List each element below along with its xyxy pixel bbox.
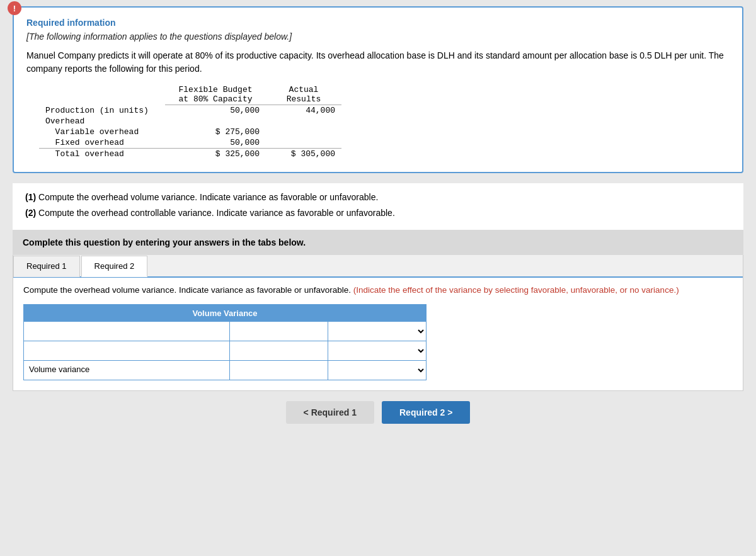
- data-table: Flexible Budgetat 80% Capacity ActualRes…: [39, 84, 341, 159]
- tab-description: Compute the overhead volume variance. In…: [23, 284, 733, 297]
- required-info-title: Required information: [26, 18, 730, 28]
- vv-dropdown-2[interactable]: Favorable Unfavorable No Variance: [328, 341, 426, 360]
- tab-required-1[interactable]: Required 1: [13, 256, 80, 277]
- tab-desc-highlight: (Indicate the effect of the variance by …: [353, 285, 679, 295]
- tab-desc-main: Compute the overhead volume variance. In…: [23, 285, 351, 295]
- vv-label-2: [24, 341, 230, 360]
- question-2: (2) Compute the overhead controllable va…: [25, 207, 731, 220]
- table-row: Fixed overhead 50,000: [39, 137, 341, 149]
- table-row: Overhead: [39, 116, 341, 127]
- tab-row: Required 1 Required 2: [13, 255, 743, 278]
- prev-button[interactable]: < Required 1: [286, 401, 374, 424]
- vv-select-2[interactable]: Favorable Unfavorable No Variance: [328, 341, 426, 360]
- info-container: ! Required information [The following in…: [13, 6, 743, 173]
- alert-icon: !: [8, 1, 21, 15]
- table-row: Variable overhead $ 275,000: [39, 127, 341, 137]
- bottom-nav: < Required 1 Required 2 >: [13, 401, 743, 424]
- vv-input-3[interactable]: [230, 361, 328, 380]
- vv-dropdown-3[interactable]: Favorable Unfavorable No Variance: [328, 361, 426, 380]
- vv-header: Volume Variance: [24, 305, 426, 322]
- vv-row-3: Volume variance Favorable Unfavorable No…: [24, 361, 426, 380]
- row-label: Fixed overhead: [39, 137, 165, 149]
- row-flexible: $ 325,000: [165, 149, 266, 160]
- vv-label-3: Volume variance: [24, 361, 230, 380]
- row-label: Total overhead: [39, 149, 165, 160]
- row-label: Overhead: [39, 116, 165, 127]
- table-row: Production (in units) 50,000 44,000: [39, 105, 341, 116]
- italic-note: [The following information applies to th…: [26, 31, 730, 42]
- question-1: (1) Compute the overhead volume variance…: [25, 191, 731, 204]
- vv-input-field-3[interactable]: [230, 361, 328, 380]
- next-button[interactable]: Required 2 >: [382, 401, 470, 424]
- vv-select-1[interactable]: Favorable Unfavorable No Variance: [328, 322, 426, 341]
- tab-required-2[interactable]: Required 2: [81, 256, 148, 277]
- vv-input-1[interactable]: [230, 322, 328, 341]
- volume-variance-table: Volume Variance Favorable Unf: [23, 304, 427, 380]
- vv-input-2[interactable]: [230, 341, 328, 360]
- vv-select-3[interactable]: Favorable Unfavorable No Variance: [328, 361, 426, 380]
- row-label: Production (in units): [39, 105, 165, 116]
- row-actual: 44,000: [266, 105, 341, 116]
- table-row: Total overhead $ 325,000 $ 305,000: [39, 149, 341, 160]
- tab-content: Compute the overhead volume variance. In…: [13, 278, 743, 390]
- col-header-actual: ActualResults: [266, 84, 341, 105]
- instruction-bar: Complete this question by entering your …: [13, 230, 743, 255]
- vv-dropdown-1[interactable]: Favorable Unfavorable No Variance: [328, 322, 426, 341]
- tabs-container: Required 1 Required 2 Compute the overhe…: [13, 255, 743, 391]
- vv-row-2: Favorable Unfavorable No Variance: [24, 341, 426, 361]
- col-header-flexible: Flexible Budgetat 80% Capacity: [165, 84, 266, 105]
- row-label: Variable overhead: [39, 127, 165, 137]
- vv-header-text: Volume Variance: [192, 309, 257, 318]
- row-actual: $ 305,000: [266, 149, 341, 160]
- description-text: Manuel Company predicts it will operate …: [26, 49, 730, 76]
- instruction-text: Complete this question by entering your …: [23, 237, 306, 247]
- questions-section: (1) Compute the overhead volume variance…: [13, 183, 743, 230]
- row-flexible: 50,000: [165, 137, 266, 149]
- vv-row-1: Favorable Unfavorable No Variance: [24, 322, 426, 341]
- vv-input-field-2[interactable]: [230, 341, 328, 360]
- vv-input-field-1[interactable]: [230, 322, 328, 341]
- vv-label-1: [24, 322, 230, 341]
- vv-body: Favorable Unfavorable No Variance: [24, 322, 426, 380]
- row-flexible: $ 275,000: [165, 127, 266, 137]
- row-flexible: 50,000: [165, 105, 266, 116]
